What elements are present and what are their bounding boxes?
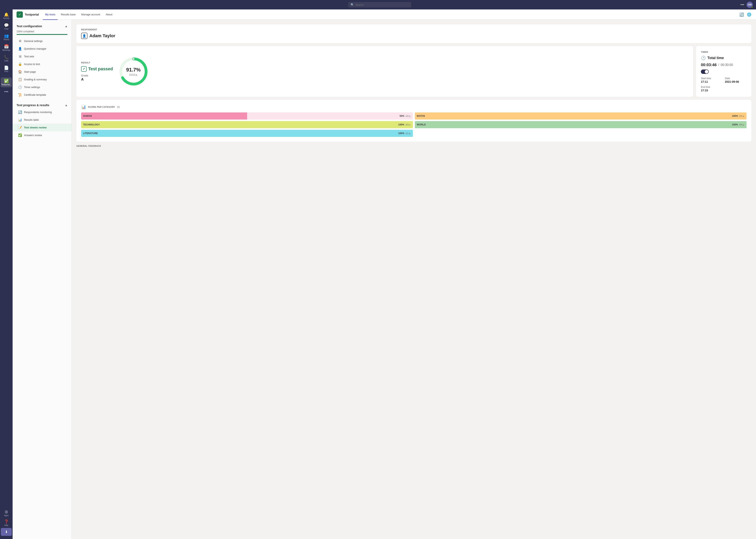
score-bar-human: HUMAN50%1/2 p. [81, 113, 413, 119]
svg-point-2 [132, 58, 134, 60]
respondent-avatar: 👤 [81, 33, 88, 39]
search-icon: 🔍 [351, 3, 354, 6]
timer-end-time-value: 17:15 [701, 89, 722, 92]
score-frac-world: 4/4 p. [739, 123, 745, 126]
download-button[interactable]: ⬇ [1, 528, 12, 536]
section-chevron-icon: ▲ [65, 25, 68, 28]
sidebar-item-label: Files [4, 70, 8, 72]
test-sheets-review-icon: 📝 [18, 126, 22, 129]
respondent-name-text: Adam Taylor [89, 33, 115, 38]
sidebar-item-teams[interactable]: 👥 Teams [1, 32, 12, 42]
timer-end-time: End time 17:15 [701, 86, 722, 92]
respondent-avatar-icon: 👤 [82, 34, 86, 38]
sidebar-item-calls[interactable]: 📞 Calls [1, 53, 12, 63]
menu-item-questions-manager[interactable]: 👤 Questions manager [13, 45, 71, 52]
score-pct-literature: 100% [398, 132, 404, 135]
timer-date: Date 2021-09-06 [725, 77, 747, 83]
timer-end-time-label: End time [701, 86, 722, 88]
score-bar-maths: MATHS100%2/2 p. [415, 113, 747, 119]
search-bar[interactable]: 🔍 [348, 2, 411, 8]
app-name: Testportal [25, 13, 39, 16]
progress-label: 100% completed [17, 30, 68, 33]
result-status-text: Test passed [88, 66, 113, 71]
timer-info-grid: Start time 17:11 Date 2021-09-06 End tim… [701, 77, 747, 92]
menu-item-access-to-test[interactable]: 🔒 Access to test [13, 60, 71, 68]
more-options-icon[interactable]: ••• [740, 3, 744, 7]
calls-icon: 📞 [4, 55, 9, 59]
sidebar-item-more[interactable]: ••• [1, 88, 12, 95]
topbar: 🔍 ••• OW [0, 0, 756, 9]
score-header: 📊 SCORE PER CATEGORY (5) [81, 105, 747, 109]
menu-item-general-settings[interactable]: ⚙ General settings [13, 37, 71, 45]
sidebar-item-label: Calls [4, 60, 9, 62]
timer-total: 00:30:00 [721, 63, 733, 67]
timer-start-time-value: 17:11 [701, 80, 722, 83]
avatar[interactable]: OW [747, 2, 753, 8]
general-settings-icon: ⚙ [18, 39, 22, 43]
menu-item-results-table[interactable]: 📊 Results table [13, 116, 71, 124]
grading-summary-icon: 📋 [18, 78, 22, 81]
nav-item-results-base[interactable]: Results base [58, 12, 78, 17]
sidebar: 🔔 Activity 💬 Chat 👥 Teams 📅 Meetings 📞 C… [0, 9, 13, 539]
sidebar-item-label: Teams [3, 38, 9, 40]
right-panel: RESPONDENT 👤 Adam Taylor RESULT [72, 20, 756, 539]
timer-elapsed: 00:03:46 [701, 63, 717, 67]
timer-toggle[interactable] [701, 69, 709, 74]
score-pct-maths: 100% [732, 115, 738, 117]
apps-icon: ⊞ [5, 510, 8, 514]
sidebar-item-help[interactable]: ❓ Help [1, 518, 12, 528]
sidebar-bottom: ⊞ Apps ❓ Help ⬇ [1, 508, 12, 537]
section-test-config-header[interactable]: Test configuration ▲ [13, 23, 71, 29]
menu-item-answers-review[interactable]: ✅ Answers review [13, 131, 71, 139]
questions-manager-icon: 👤 [18, 47, 22, 50]
result-section-label: RESULT [81, 61, 113, 64]
sidebar-item-label: Activity [3, 17, 9, 19]
presence-indicator [751, 6, 753, 8]
score-title: SCORE PER CATEGORY [88, 106, 115, 108]
menu-item-certificate-template[interactable]: 📜 Certificate template [13, 91, 71, 99]
donut-center: 91.7% 11/12 p. [126, 67, 141, 76]
score-pct-human: 50% [399, 115, 404, 117]
sidebar-item-label: Testportal... [1, 84, 11, 86]
sidebar-item-activity[interactable]: 🔔 Activity [1, 11, 12, 21]
nav-item-about[interactable]: About [103, 12, 115, 17]
timer-start-time: Start time 17:11 [701, 77, 722, 83]
general-feedback-label: GENERAL FEEDBACK [76, 145, 751, 147]
sidebar-item-chat[interactable]: 💬 Chat [1, 22, 12, 32]
sidebar-item-testportal[interactable]: ✅ Testportal... [1, 77, 12, 87]
sidebar-item-meetings[interactable]: 📅 Meetings [1, 43, 12, 53]
respondent-name: 👤 Adam Taylor [81, 33, 747, 39]
donut-chart: 91.7% 11/12 p. [118, 56, 149, 87]
sidebar-item-files[interactable]: 📄 Files [1, 64, 12, 74]
refresh-button[interactable]: 🔄 [739, 12, 745, 18]
menu-item-start-page[interactable]: 🏠 Start page [13, 68, 71, 76]
score-cat-name-world: WORLD [417, 123, 426, 126]
menu-item-respondents-monitoring[interactable]: 🔄 Respondents monitoring [13, 108, 71, 116]
result-status: ✓ Test passed [81, 66, 113, 72]
section-progress-header[interactable]: Test progress & results ▲ [13, 102, 71, 108]
download-icon: ⬇ [5, 530, 8, 534]
app-logo: ✓ [17, 11, 23, 18]
donut-percent: 91.7% [126, 67, 141, 73]
progress-fill [17, 34, 68, 35]
menu-item-grading-summary[interactable]: 📋 Grading & summary [13, 76, 71, 83]
files-icon: 📄 [4, 66, 9, 70]
sidebar-item-apps[interactable]: ⊞ Apps [1, 508, 12, 518]
globe-button[interactable]: 🌐 [746, 12, 752, 18]
timer-toggle-knob [705, 70, 708, 73]
menu-item-test-sheets-review[interactable]: 📝 Test sheets review [13, 124, 71, 131]
score-cat-name-maths: MATHS [417, 115, 425, 117]
timer-settings-icon: 🕐 [18, 85, 22, 89]
app-content: ✓ Testportal My tests Results base Manag… [13, 9, 756, 539]
help-icon: ❓ [4, 520, 9, 524]
section-test-config-title: Test configuration [17, 25, 42, 28]
respondent-card: RESPONDENT 👤 Adam Taylor [76, 25, 751, 43]
search-input[interactable] [356, 3, 409, 6]
menu-item-test-sets[interactable]: ⊞ Test sets [13, 52, 71, 60]
nav-item-my-tests[interactable]: My tests [43, 12, 58, 17]
nav-item-manage-account[interactable]: Manage account [79, 12, 103, 17]
start-page-icon: 🏠 [18, 70, 22, 74]
score-pct-world: 100% [732, 123, 738, 126]
menu-item-timer-settings[interactable]: 🕐 Timer settings [13, 83, 71, 91]
result-timer-row: RESULT ✓ Test passed Grade A [76, 46, 751, 97]
